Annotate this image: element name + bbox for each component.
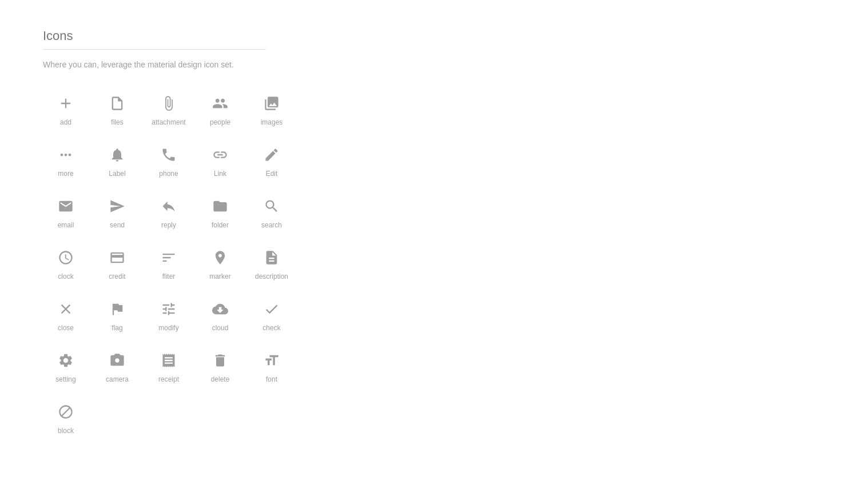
icon-item-more: more bbox=[43, 143, 89, 178]
folder-icon bbox=[212, 195, 228, 218]
icon-item-check: check bbox=[249, 298, 294, 332]
search-label: search bbox=[261, 221, 282, 229]
attachment-icon bbox=[161, 92, 177, 115]
check-icon bbox=[264, 298, 280, 320]
search-icon bbox=[264, 195, 280, 218]
clock-label: clock bbox=[58, 272, 73, 280]
icon-item-folder: folder bbox=[197, 195, 243, 229]
icon-item-label: Label bbox=[94, 143, 140, 178]
icon-item-modify: modify bbox=[146, 298, 192, 332]
edit-label: Edit bbox=[266, 170, 278, 178]
close-label: close bbox=[58, 324, 74, 332]
setting-label: setting bbox=[55, 375, 75, 383]
filter-label: fliter bbox=[162, 272, 176, 280]
camera-label: camera bbox=[106, 375, 129, 383]
reply-label: reply bbox=[161, 221, 176, 229]
icon-item-close: close bbox=[43, 298, 89, 332]
icon-item-reply: reply bbox=[146, 195, 192, 229]
phone-icon bbox=[161, 143, 177, 166]
title-divider bbox=[43, 49, 266, 50]
check-label: check bbox=[262, 324, 280, 332]
icon-item-clock: clock bbox=[43, 246, 89, 280]
icon-item-filter: fliter bbox=[146, 246, 192, 280]
icon-item-setting: setting bbox=[43, 349, 89, 383]
link-icon bbox=[212, 143, 228, 166]
more-icon bbox=[58, 143, 74, 166]
filter-icon bbox=[161, 246, 177, 269]
camera-icon bbox=[109, 349, 125, 372]
cloud-label: cloud bbox=[212, 324, 229, 332]
modify-label: modify bbox=[158, 324, 178, 332]
add-label: add bbox=[60, 118, 71, 126]
marker-icon bbox=[212, 246, 228, 269]
email-icon bbox=[58, 195, 74, 218]
send-label: send bbox=[110, 221, 125, 229]
add-icon bbox=[58, 92, 74, 115]
page-title: Icons bbox=[43, 29, 825, 43]
icon-item-link: Link bbox=[197, 143, 243, 178]
icon-item-description: description bbox=[249, 246, 294, 280]
folder-label: folder bbox=[212, 221, 229, 229]
images-icon bbox=[264, 92, 280, 115]
credit-icon bbox=[109, 246, 125, 269]
more-label: more bbox=[58, 170, 73, 178]
block-icon bbox=[58, 400, 74, 423]
icon-item-add: add bbox=[43, 92, 89, 126]
files-label: files bbox=[111, 118, 123, 126]
cloud-icon bbox=[212, 298, 228, 320]
icon-item-send: send bbox=[94, 195, 140, 229]
description-label: description bbox=[255, 272, 288, 280]
delete-icon bbox=[212, 349, 228, 372]
icon-item-cloud: cloud bbox=[197, 298, 243, 332]
receipt-icon bbox=[161, 349, 177, 372]
setting-icon bbox=[58, 349, 74, 372]
people-label: people bbox=[210, 118, 230, 126]
flag-icon bbox=[109, 298, 125, 320]
icon-item-images: images bbox=[249, 92, 294, 126]
label-icon bbox=[109, 143, 125, 166]
link-label: Link bbox=[214, 170, 226, 178]
icon-item-receipt: receipt bbox=[146, 349, 192, 383]
reply-icon bbox=[161, 195, 177, 218]
attachment-label: attachment bbox=[152, 118, 185, 126]
delete-label: delete bbox=[211, 375, 230, 383]
files-icon bbox=[109, 92, 125, 115]
icon-item-people: people bbox=[197, 92, 243, 126]
icon-item-camera: camera bbox=[94, 349, 140, 383]
images-label: images bbox=[261, 118, 283, 126]
icon-item-block: block bbox=[43, 400, 89, 435]
people-icon bbox=[212, 92, 228, 115]
flag-label: flag bbox=[112, 324, 122, 332]
description-icon bbox=[264, 246, 280, 269]
icon-item-edit: Edit bbox=[249, 143, 294, 178]
icon-item-marker: marker bbox=[197, 246, 243, 280]
credit-label: credit bbox=[109, 272, 125, 280]
close-icon bbox=[58, 298, 74, 320]
phone-label: phone bbox=[159, 170, 178, 178]
send-icon bbox=[109, 195, 125, 218]
icon-item-flag: flag bbox=[94, 298, 140, 332]
icons-grid: addfilesattachmentpeopleimagesmoreLabelp… bbox=[43, 92, 825, 435]
page-subtitle: Where you can, leverage the material des… bbox=[43, 60, 825, 69]
icon-item-search: search bbox=[249, 195, 294, 229]
modify-icon bbox=[161, 298, 177, 320]
edit-icon bbox=[264, 143, 280, 166]
email-label: email bbox=[58, 221, 74, 229]
font-label: font bbox=[266, 375, 277, 383]
icon-item-delete: delete bbox=[197, 349, 243, 383]
block-label: block bbox=[58, 427, 74, 435]
font-icon bbox=[264, 349, 280, 372]
icon-item-attachment: attachment bbox=[146, 92, 192, 126]
icon-item-phone: phone bbox=[146, 143, 192, 178]
icon-item-font: font bbox=[249, 349, 294, 383]
icon-item-credit: credit bbox=[94, 246, 140, 280]
marker-label: marker bbox=[209, 272, 230, 280]
label-label: Label bbox=[109, 170, 125, 178]
icon-item-email: email bbox=[43, 195, 89, 229]
icon-item-files: files bbox=[94, 92, 140, 126]
receipt-label: receipt bbox=[158, 375, 179, 383]
clock-icon bbox=[58, 246, 74, 269]
